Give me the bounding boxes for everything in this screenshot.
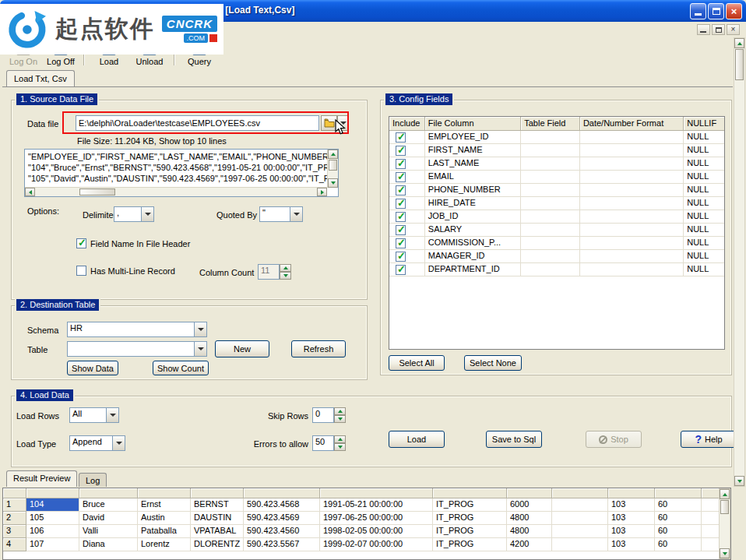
result-grid-cell[interactable]: Ernst bbox=[138, 498, 191, 512]
file-history-dropdown-button[interactable] bbox=[337, 115, 349, 131]
scroll-up-button[interactable] bbox=[328, 150, 338, 159]
multiline-record-checkbox-row[interactable]: Has Multi-Line Record bbox=[76, 266, 175, 276]
result-grid-cell[interactable]: VPATABAL bbox=[191, 525, 244, 538]
nullif-cell[interactable]: NULL bbox=[684, 131, 724, 144]
form-vertical-scrollbar[interactable] bbox=[734, 37, 745, 487]
load-rows-combo[interactable]: All bbox=[69, 407, 119, 423]
result-grid-cell[interactable]: 4800 bbox=[507, 525, 552, 538]
result-grid-cell[interactable]: 590.423.4569 bbox=[244, 512, 320, 525]
result-grid-cell[interactable] bbox=[552, 512, 608, 525]
select-none-button[interactable]: Select None bbox=[464, 355, 522, 371]
data-file-input[interactable] bbox=[76, 115, 319, 131]
table-field-cell[interactable] bbox=[521, 263, 580, 276]
show-data-button[interactable]: Show Data bbox=[67, 361, 118, 375]
include-cell[interactable] bbox=[389, 263, 425, 276]
tab-load-txt-csv[interactable]: Load Txt, Csv bbox=[6, 70, 75, 87]
nullif-cell[interactable]: NULL bbox=[684, 237, 724, 250]
delimiter-combo[interactable]: , bbox=[114, 206, 154, 222]
child-close-button[interactable]: × bbox=[727, 24, 740, 35]
load-type-combo[interactable]: Append bbox=[69, 435, 125, 451]
include-checkbox[interactable] bbox=[396, 172, 406, 182]
select-all-button[interactable]: Select All bbox=[389, 355, 445, 371]
tab-log[interactable]: Log bbox=[79, 473, 107, 487]
format-cell[interactable] bbox=[580, 157, 684, 171]
include-cell[interactable] bbox=[389, 144, 425, 157]
include-cell[interactable] bbox=[389, 157, 425, 171]
load-button[interactable]: Load bbox=[389, 431, 445, 448]
format-cell[interactable] bbox=[580, 131, 684, 144]
file-column-cell[interactable]: DEPARTMENT_ID bbox=[425, 263, 521, 276]
nullif-cell[interactable]: NULL bbox=[684, 263, 724, 276]
close-button[interactable]: × bbox=[726, 3, 742, 19]
include-checkbox[interactable] bbox=[396, 146, 406, 156]
table-field-cell[interactable] bbox=[521, 144, 580, 157]
include-checkbox[interactable] bbox=[396, 132, 406, 143]
file-column-cell[interactable]: SALARY bbox=[425, 224, 521, 237]
format-cell[interactable] bbox=[580, 144, 684, 157]
table-field-cell[interactable] bbox=[521, 197, 580, 210]
include-cell[interactable] bbox=[389, 131, 425, 144]
result-grid-cell[interactable]: 105 bbox=[26, 512, 79, 525]
field-name-header-checkbox[interactable] bbox=[76, 238, 86, 248]
scroll-thumb[interactable] bbox=[735, 49, 744, 80]
format-cell[interactable] bbox=[580, 184, 684, 197]
table-field-cell[interactable] bbox=[521, 157, 580, 171]
scroll-thumb[interactable] bbox=[329, 160, 337, 171]
result-grid-cell[interactable]: 590.423.4568 bbox=[244, 498, 320, 512]
format-cell[interactable] bbox=[580, 171, 684, 184]
scroll-thumb[interactable] bbox=[79, 188, 115, 195]
result-grid-cell[interactable]: 4800 bbox=[507, 512, 552, 525]
browse-file-button[interactable] bbox=[321, 115, 337, 131]
table-field-cell[interactable] bbox=[521, 250, 580, 263]
include-checkbox[interactable] bbox=[396, 238, 406, 248]
spin-down-button[interactable] bbox=[334, 415, 346, 423]
chevron-down-icon[interactable] bbox=[112, 436, 125, 450]
result-grid-cell[interactable]: IT_PROG bbox=[433, 525, 507, 538]
chevron-down-icon[interactable] bbox=[194, 322, 206, 336]
include-checkbox[interactable] bbox=[396, 199, 406, 209]
result-grid-cell[interactable]: 1999-02-07 00:00:00 bbox=[320, 538, 433, 551]
result-grid-cell[interactable]: 590.423.4560 bbox=[244, 525, 320, 538]
table-field-cell[interactable] bbox=[521, 237, 580, 250]
include-checkbox[interactable] bbox=[396, 225, 406, 235]
format-cell[interactable] bbox=[580, 210, 684, 224]
row-number-cell[interactable]: 4 bbox=[3, 538, 26, 551]
child-minimize-button[interactable] bbox=[697, 24, 710, 35]
result-grid-cell[interactable]: IT_PROG bbox=[433, 512, 507, 525]
result-grid-cell[interactable]: David bbox=[79, 512, 138, 525]
result-grid-cell[interactable]: 590.423.5567 bbox=[244, 538, 320, 551]
result-grid-cell[interactable]: DAUSTIN bbox=[191, 512, 244, 525]
nullif-cell[interactable]: NULL bbox=[684, 210, 724, 224]
memo-vertical-scrollbar[interactable] bbox=[327, 150, 338, 188]
file-column-cell[interactable]: HIRE_DATE bbox=[425, 197, 521, 210]
file-column-cell[interactable]: EMPLOYEE_ID bbox=[425, 131, 521, 144]
chevron-down-icon[interactable] bbox=[106, 408, 118, 422]
include-cell[interactable] bbox=[389, 210, 425, 224]
include-cell[interactable] bbox=[389, 171, 425, 184]
chevron-down-icon[interactable] bbox=[141, 207, 153, 221]
result-grid-cell[interactable]: 60 bbox=[655, 512, 702, 525]
format-cell[interactable] bbox=[580, 237, 684, 250]
include-cell[interactable] bbox=[389, 184, 425, 197]
chevron-down-icon[interactable] bbox=[194, 342, 206, 356]
include-cell[interactable] bbox=[389, 250, 425, 263]
result-grid-cell[interactable] bbox=[552, 538, 608, 551]
format-cell[interactable] bbox=[580, 263, 684, 276]
field-name-header-checkbox-row[interactable]: Field Name In File Header bbox=[76, 238, 190, 248]
scroll-down-button[interactable] bbox=[734, 476, 744, 486]
file-column-cell[interactable]: MANAGER_ID bbox=[425, 250, 521, 263]
include-checkbox[interactable] bbox=[396, 252, 406, 262]
chevron-down-icon[interactable] bbox=[290, 207, 302, 221]
include-checkbox[interactable] bbox=[396, 185, 406, 195]
result-grid-cell[interactable]: 1997-06-25 00:00:00 bbox=[320, 512, 433, 525]
result-grid-cell[interactable]: 103 bbox=[608, 512, 655, 525]
result-grid-cell[interactable]: IT_PROG bbox=[433, 538, 507, 551]
result-grid-cell[interactable]: 1991-05-21 00:00:00 bbox=[320, 498, 433, 512]
result-grid-cell[interactable]: 104 bbox=[26, 498, 79, 512]
scroll-up-button[interactable] bbox=[720, 489, 730, 499]
file-column-cell[interactable]: FIRST_NAME bbox=[425, 144, 521, 157]
scroll-down-button[interactable] bbox=[328, 178, 338, 188]
nullif-cell[interactable]: NULL bbox=[684, 171, 724, 184]
grid-vertical-scrollbar[interactable] bbox=[719, 488, 730, 559]
csv-preview-memo[interactable]: "EMPLOYEE_ID","FIRST_NAME","LAST_NAME","… bbox=[24, 149, 339, 197]
